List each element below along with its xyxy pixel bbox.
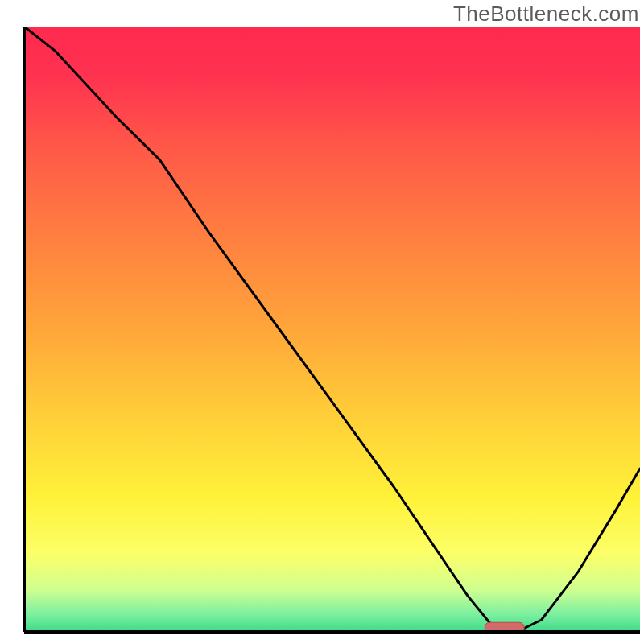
- watermark-text: TheBottleneck.com: [453, 2, 639, 27]
- chart-stage: TheBottleneck.com: [0, 0, 644, 644]
- bottleneck-chart: [0, 0, 644, 644]
